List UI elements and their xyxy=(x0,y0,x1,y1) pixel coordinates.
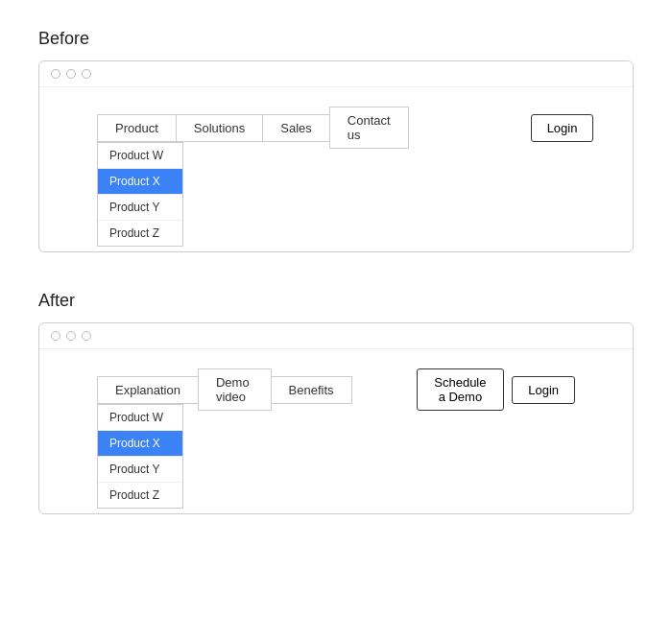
after-browser-dot-1 xyxy=(51,331,60,341)
after-nav-bar: Explanation Product W Product X Product … xyxy=(97,368,575,411)
before-login-button[interactable]: Login xyxy=(531,114,594,142)
after-dropdown-menu: Product W Product X Product Y Product Z xyxy=(97,404,183,509)
after-section: After Explanation Product W Product X Pr… xyxy=(38,291,634,514)
browser-dot-1 xyxy=(51,69,60,79)
browser-dot-2 xyxy=(66,69,76,79)
before-nav-contact[interactable]: Contact us xyxy=(329,107,409,149)
before-section: Before Product Product W Product X Produ… xyxy=(38,29,634,252)
before-nav-solutions[interactable]: Solutions xyxy=(176,114,263,142)
after-schedule-demo-button[interactable]: Schedule a Demo xyxy=(417,368,505,411)
before-dropdown-menu: Product W Product X Product Y Product Z xyxy=(97,142,183,247)
after-browser-dot-3 xyxy=(82,331,91,341)
after-nav-demo[interactable]: Demo video xyxy=(198,368,272,411)
after-browser-content: Explanation Product W Product X Product … xyxy=(39,349,633,430)
before-dropdown-item-x[interactable]: Product X xyxy=(98,169,182,195)
after-dropdown-item-z[interactable]: Product Z xyxy=(98,483,182,508)
before-nav-sales[interactable]: Sales xyxy=(262,114,330,142)
before-product-dropdown-trigger[interactable]: Product Product W Product X Product Y Pr… xyxy=(97,114,176,142)
after-nav-explanation[interactable]: Explanation xyxy=(97,376,199,404)
before-browser-content: Product Product W Product X Product Y Pr… xyxy=(39,87,633,168)
browser-bar-before xyxy=(39,61,633,87)
after-dropdown-item-y[interactable]: Product Y xyxy=(98,457,182,483)
before-dropdown-item-y[interactable]: Product Y xyxy=(98,195,182,221)
browser-bar-after xyxy=(39,323,633,349)
after-dropdown-item-w[interactable]: Product W xyxy=(98,405,182,431)
before-dropdown-item-w[interactable]: Product W xyxy=(98,143,182,169)
after-browser-dot-2 xyxy=(66,331,76,341)
before-browser-window: Product Product W Product X Product Y Pr… xyxy=(38,60,634,252)
after-product-dropdown-trigger[interactable]: Explanation Product W Product X Product … xyxy=(97,376,198,404)
after-nav-benefits[interactable]: Benefits xyxy=(271,376,352,404)
before-nav-bar: Product Product W Product X Product Y Pr… xyxy=(97,107,593,149)
browser-dot-3 xyxy=(82,69,91,79)
before-nav-product[interactable]: Product xyxy=(97,114,177,142)
before-label: Before xyxy=(38,29,634,49)
after-login-button[interactable]: Login xyxy=(512,376,575,404)
after-browser-window: Explanation Product W Product X Product … xyxy=(38,322,634,514)
before-dropdown-item-z[interactable]: Product Z xyxy=(98,221,182,246)
after-label: After xyxy=(38,291,634,311)
after-dropdown-item-x[interactable]: Product X xyxy=(98,431,182,457)
